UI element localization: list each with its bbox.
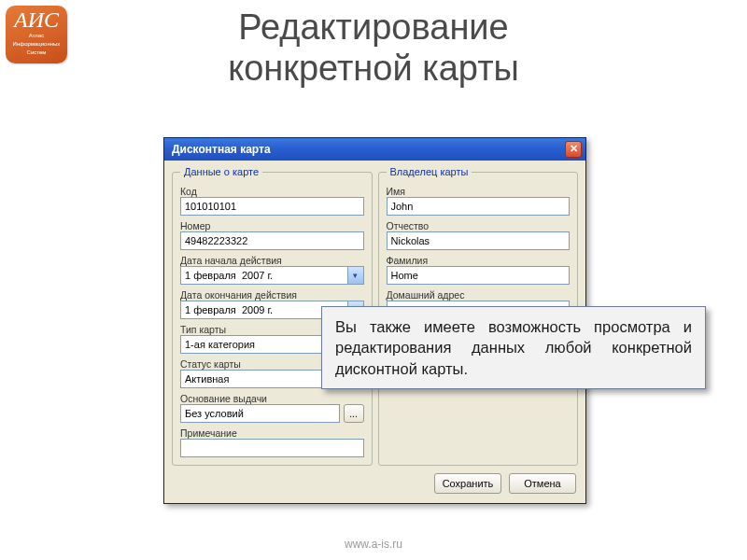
label-basis: Основание выдачи bbox=[180, 393, 364, 404]
footer-url: www.a-is.ru bbox=[0, 538, 747, 551]
note-input[interactable] bbox=[180, 439, 364, 457]
mname-input[interactable] bbox=[387, 231, 571, 250]
label-mname: Отчество bbox=[387, 220, 571, 231]
basis-ellipsis-button[interactable]: ... bbox=[344, 404, 364, 423]
close-icon[interactable]: ✕ bbox=[565, 141, 582, 158]
slide-title: Редактирование конкретной карты bbox=[0, 7, 747, 89]
label-start-date: Дата начала действия bbox=[180, 255, 364, 266]
basis-input[interactable] bbox=[180, 404, 340, 423]
start-date-picker[interactable] bbox=[180, 266, 364, 285]
titlebar[interactable]: Дисконтная карта ✕ bbox=[164, 138, 585, 161]
window-title: Дисконтная карта bbox=[172, 143, 271, 156]
label-address: Домашний адрес bbox=[387, 289, 571, 301]
slide-title-line2: конкретной карты bbox=[228, 49, 519, 88]
button-row: Сохранить Отмена bbox=[164, 468, 585, 503]
number-input[interactable] bbox=[180, 231, 364, 250]
label-number: Номер bbox=[180, 220, 364, 231]
cancel-button[interactable]: Отмена bbox=[509, 473, 576, 494]
code-input[interactable] bbox=[180, 197, 364, 216]
lname-input[interactable] bbox=[387, 266, 571, 285]
card-data-legend: Данные о карте bbox=[180, 166, 262, 177]
callout-text: Вы также имеете возможность просмотра и … bbox=[335, 318, 692, 377]
label-lname: Фамилия bbox=[387, 255, 571, 266]
chevron-down-icon[interactable]: ▾ bbox=[347, 266, 364, 285]
slide-title-line1: Редактирование bbox=[238, 7, 508, 47]
label-note: Примечание bbox=[180, 427, 364, 439]
label-end-date: Дата окончания действия bbox=[180, 289, 364, 301]
callout-box: Вы также имеете возможность просмотра и … bbox=[321, 306, 706, 389]
label-code: Код bbox=[180, 186, 364, 197]
save-button[interactable]: Сохранить bbox=[434, 473, 501, 494]
owner-legend: Владелец карты bbox=[387, 166, 472, 177]
label-fname: Имя bbox=[387, 186, 571, 197]
fname-input[interactable] bbox=[387, 197, 571, 216]
